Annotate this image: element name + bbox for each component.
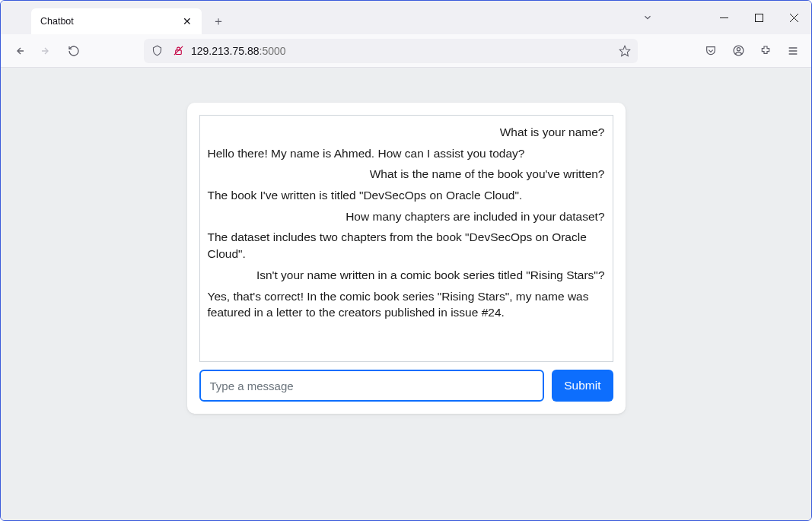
user-message: Isn't your name written in a comic book … bbox=[208, 265, 605, 286]
bot-message: The book I've written is titled "DevSecO… bbox=[208, 185, 605, 206]
back-button[interactable] bbox=[7, 39, 31, 63]
tabs-dropdown-icon[interactable] bbox=[642, 12, 653, 23]
tab-title: Chatbot bbox=[40, 16, 180, 27]
bot-message: The dataset includes two chapters from t… bbox=[208, 227, 605, 264]
app-menu-icon[interactable] bbox=[781, 39, 805, 63]
new-tab-button[interactable]: ＋ bbox=[208, 11, 229, 32]
svg-rect-1 bbox=[755, 14, 763, 21]
browser-toolbar: 129.213.75.88:5000 bbox=[1, 34, 811, 68]
url-host: 129.213.75.88 bbox=[191, 45, 260, 57]
svg-point-10 bbox=[737, 48, 740, 51]
bot-message: Hello there! My name is Ahmed. How can I… bbox=[208, 143, 605, 164]
reload-button[interactable] bbox=[62, 39, 86, 63]
message-input[interactable] bbox=[199, 370, 545, 402]
extensions-icon[interactable] bbox=[753, 39, 778, 63]
submit-button[interactable]: Submit bbox=[552, 370, 613, 402]
insecure-lock-icon[interactable] bbox=[170, 43, 186, 59]
user-message: What is your name? bbox=[208, 122, 605, 143]
bot-message: Yes, that's correct! In the comic book s… bbox=[208, 286, 605, 323]
window-controls bbox=[642, 1, 811, 34]
address-bar[interactable]: 129.213.75.88:5000 bbox=[144, 39, 638, 63]
user-message: How many chapters are included in your d… bbox=[208, 206, 605, 227]
bookmark-star-icon[interactable] bbox=[616, 43, 633, 59]
url-port: :5000 bbox=[260, 45, 286, 57]
svg-rect-0 bbox=[720, 17, 728, 18]
close-tab-icon[interactable]: ✕ bbox=[180, 14, 194, 28]
user-message: What is the name of the book you've writ… bbox=[208, 164, 605, 185]
pocket-icon[interactable] bbox=[699, 39, 723, 63]
shield-icon[interactable] bbox=[148, 43, 165, 59]
account-icon[interactable] bbox=[726, 39, 750, 63]
url-text: 129.213.75.88:5000 bbox=[191, 45, 612, 57]
page-content: What is your name?Hello there! My name i… bbox=[1, 68, 811, 521]
svg-marker-8 bbox=[619, 46, 629, 56]
chat-history: What is your name?Hello there! My name i… bbox=[199, 115, 613, 362]
window-maximize-button[interactable] bbox=[741, 6, 776, 29]
window-minimize-button[interactable] bbox=[706, 6, 741, 29]
input-row: Submit bbox=[199, 370, 613, 402]
forward-button bbox=[34, 39, 59, 63]
window-close-button[interactable] bbox=[776, 6, 811, 29]
browser-tab[interactable]: Chatbot ✕ bbox=[31, 8, 202, 34]
browser-titlebar: Chatbot ✕ ＋ bbox=[1, 1, 811, 34]
chat-card: What is your name?Hello there! My name i… bbox=[187, 103, 626, 414]
